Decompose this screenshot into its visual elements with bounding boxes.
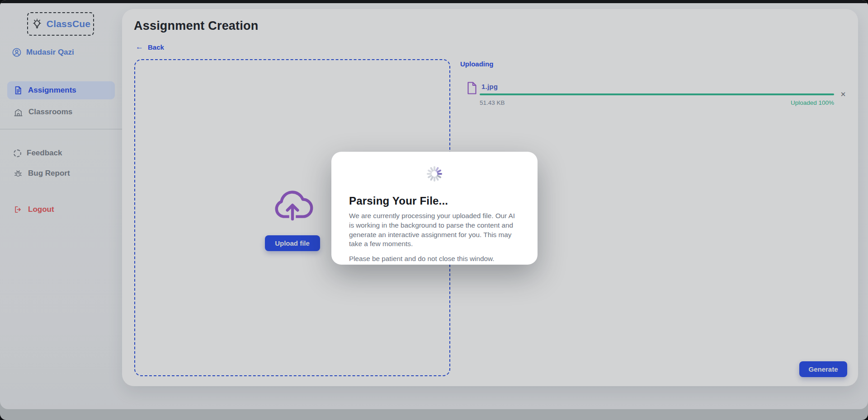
loading-spinner-icon — [425, 164, 444, 184]
modal-title: Parsing Your File... — [349, 195, 520, 207]
parsing-modal: Parsing Your File... We are currently pr… — [331, 152, 538, 265]
modal-body-text: We are currently processing your uploade… — [349, 211, 522, 249]
browser-viewport: ClassCue Mudasir Qazi — [0, 0, 868, 420]
modal-note-text: Please be patient and do not close this … — [349, 255, 520, 263]
